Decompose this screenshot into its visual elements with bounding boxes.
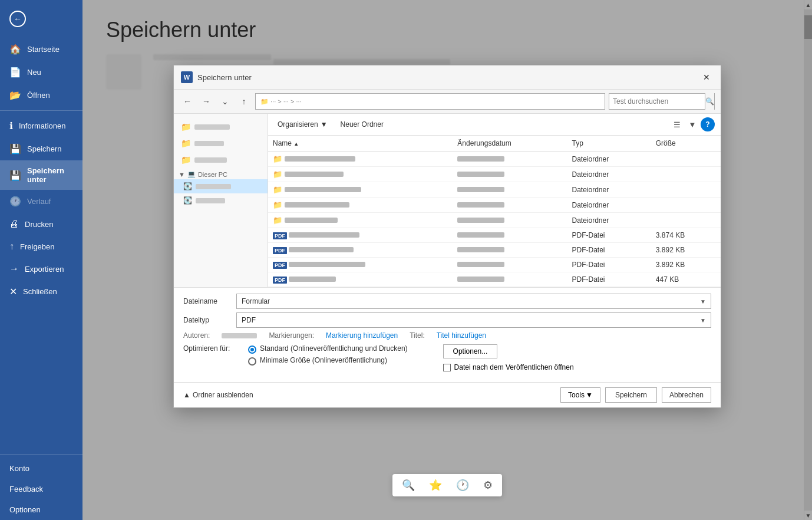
bottom-toolbar: 🔍 ⭐ 🕐 ⚙ xyxy=(392,474,502,496)
col-size[interactable]: Größe xyxy=(651,136,721,152)
filetype-input[interactable]: PDF ▼ xyxy=(236,312,711,328)
nav-forward-button[interactable]: → xyxy=(199,94,214,109)
search-toolbar-icon[interactable]: 🔍 xyxy=(402,479,415,492)
star-toolbar-icon[interactable]: ⭐ xyxy=(429,479,442,492)
table-row[interactable]: 📁 Dateiordner xyxy=(268,182,721,198)
dieser-pc-section[interactable]: ▼ 💻 Dieser PC xyxy=(174,168,268,179)
search-input[interactable] xyxy=(609,97,705,106)
sidebar-folder-3[interactable]: 📁 xyxy=(174,152,268,168)
search-box[interactable]: 🔍 xyxy=(609,93,715,110)
sidebar-item-freigeben[interactable]: ↑ Freigeben xyxy=(0,235,82,258)
help-button[interactable]: ? xyxy=(701,117,715,131)
folder-icon: 📁 xyxy=(181,139,191,148)
radio-minimal[interactable]: Minimale Größe (Onlineveröffentlichung) xyxy=(248,356,408,366)
search-button[interactable]: 🔍 xyxy=(705,93,714,110)
hide-folders-button[interactable]: ▲ Ordner ausblenden xyxy=(183,391,253,399)
print-icon: 🖨 xyxy=(9,219,19,229)
table-row[interactable]: PDF PDF-Datei 3.874 KB xyxy=(268,228,721,243)
table-row[interactable]: 📁 Dateiordner xyxy=(268,213,721,228)
save-button[interactable]: Speichern xyxy=(605,387,657,403)
col-date[interactable]: Änderungsdatum xyxy=(453,136,567,152)
sidebar-item-schliessen[interactable]: ✕ Schließen xyxy=(0,280,82,303)
filename-input[interactable]: Formular ▼ xyxy=(236,294,711,309)
sidebar-item-optionen[interactable]: Optionen xyxy=(0,499,82,520)
file-size: 3.874 KB xyxy=(651,228,721,243)
sidebar-item-speichern[interactable]: 💾 Speichern xyxy=(0,137,82,160)
sidebar-item-verlauf[interactable]: 🕐 Verlauf xyxy=(0,190,82,213)
sidebar-item-neu[interactable]: 📄 Neu xyxy=(0,61,82,84)
title-link[interactable]: Titel hinzufügen xyxy=(437,331,486,340)
sidebar-item-informationen[interactable]: ℹ Informationen xyxy=(0,114,82,137)
filetype-dropdown-icon: ▼ xyxy=(700,317,706,324)
radio-standard-label: Standard (Onlineveröffentlichung und Dru… xyxy=(260,344,408,354)
nav-back-button[interactable]: ← xyxy=(180,94,195,109)
col-type[interactable]: Typ xyxy=(567,136,651,152)
table-row[interactable]: PDF PDF-Datei 3.892 KB xyxy=(268,243,721,258)
dialog-footer: ▲ Ordner ausblenden Tools ▼ Speichern Ab… xyxy=(174,382,721,407)
folder-icon: 📁 xyxy=(273,216,282,225)
table-row[interactable]: PDF PDF-Datei 3.892 KB xyxy=(268,258,721,272)
radio-standard[interactable]: Standard (Onlineveröffentlichung und Dru… xyxy=(248,344,408,354)
filename-label: Dateiname xyxy=(183,297,236,305)
dialog-toolbar: ← → ⌄ ↑ 📁 ··· > ··· > ··· 🔍 xyxy=(174,90,721,114)
sidebar: ← 🏠 Startseite 📄 Neu 📂 Öffnen ℹ Informat… xyxy=(0,0,82,520)
save-as-dialog: W Speichern unter ✕ ← → ⌄ ↑ 📁 ··· > ··· … xyxy=(173,65,721,408)
sidebar-item-exportieren[interactable]: → Exportieren xyxy=(0,258,82,280)
sidebar-folder-2[interactable]: 📁 xyxy=(174,135,268,152)
sidebar-drive-2[interactable]: 💽 xyxy=(174,193,268,208)
nav-recent-button[interactable]: ⌄ xyxy=(217,94,233,109)
table-row[interactable]: 📁 Dateiordner xyxy=(268,198,721,213)
sidebar-drive-1[interactable]: 💽 xyxy=(174,179,268,193)
sidebar-item-label: Exportieren xyxy=(25,265,64,274)
table-row[interactable]: 📁 Dateiordner xyxy=(268,167,721,182)
folder-icon: 📁 xyxy=(273,185,282,194)
sidebar-item-konto[interactable]: Konto xyxy=(0,458,82,479)
view-list-button[interactable]: ☰ xyxy=(670,117,684,131)
drive-icon-2: 💽 xyxy=(183,196,192,205)
sidebar-item-oeffnen[interactable]: 📂 Öffnen xyxy=(0,84,82,107)
collapse-icon: ▲ xyxy=(183,391,190,399)
new-folder-button[interactable]: Neuer Ordner xyxy=(337,119,387,130)
footer-right: Tools ▼ Speichern Abbrechen xyxy=(560,387,711,403)
table-row[interactable]: PDF PDF-Datei 447 KB xyxy=(268,272,721,287)
sidebar-item-startseite[interactable]: 🏠 Startseite xyxy=(0,38,82,61)
organize-dropdown-icon: ▼ xyxy=(321,120,328,129)
file-date-blurred xyxy=(457,187,504,192)
drive-2-label-blurred xyxy=(196,198,225,203)
radio-standard-circle xyxy=(248,345,256,354)
table-row[interactable]: 📁 Dateiordner xyxy=(268,152,721,167)
dieser-pc-label: Dieser PC xyxy=(198,171,227,178)
sidebar-item-speichern-unter[interactable]: 💾 Speichern unter xyxy=(0,160,82,190)
sidebar-item-drucken[interactable]: 🖨 Drucken xyxy=(0,213,82,235)
optimize-section: Optimieren für: Standard (Onlineveröffen… xyxy=(183,344,711,371)
filetype-row: Dateityp PDF ▼ xyxy=(183,312,711,328)
open-after-publish-checkbox[interactable]: Datei nach dem Veröffentlichen öffnen xyxy=(443,363,574,371)
sidebar-item-label: Schließen xyxy=(23,287,57,296)
sidebar-item-feedback[interactable]: Feedback xyxy=(0,479,82,499)
tools-button[interactable]: Tools ▼ xyxy=(560,387,600,403)
sidebar-folder-1[interactable]: 📁 xyxy=(174,119,268,135)
sidebar-item-label: Informationen xyxy=(19,121,66,130)
col-name[interactable]: Name ▲ xyxy=(268,136,453,152)
back-button[interactable]: ← xyxy=(0,0,82,38)
settings-toolbar-icon[interactable]: ⚙ xyxy=(483,479,493,492)
export-icon: → xyxy=(9,264,19,274)
back-icon: ← xyxy=(9,11,26,27)
nav-up-button[interactable]: ↑ xyxy=(236,94,252,109)
options-button[interactable]: Optionen... xyxy=(443,344,498,358)
organize-button[interactable]: Organisieren ▼ xyxy=(274,119,331,130)
dialog-filelist: Organisieren ▼ Neuer Ordner ☰ ▼ ? xyxy=(268,114,721,287)
dialog-close-button[interactable]: ✕ xyxy=(699,70,714,84)
view-dropdown-button[interactable]: ▼ xyxy=(685,117,699,131)
file-type: PDF-Datei xyxy=(567,243,651,258)
file-type: PDF-Datei xyxy=(567,228,651,243)
tools-label: Tools xyxy=(568,391,585,399)
cancel-button[interactable]: Abbrechen xyxy=(662,387,711,403)
tags-link[interactable]: Markierung hinzufügen xyxy=(326,331,398,340)
folder-icon: 📁 xyxy=(181,122,191,131)
address-bar[interactable]: 📁 ··· > ··· > ··· xyxy=(255,93,605,110)
clock-toolbar-icon[interactable]: 🕐 xyxy=(456,479,469,492)
file-size xyxy=(651,152,721,167)
new-folder-label: Neuer Ordner xyxy=(341,120,384,129)
file-date-blurred xyxy=(457,202,504,208)
